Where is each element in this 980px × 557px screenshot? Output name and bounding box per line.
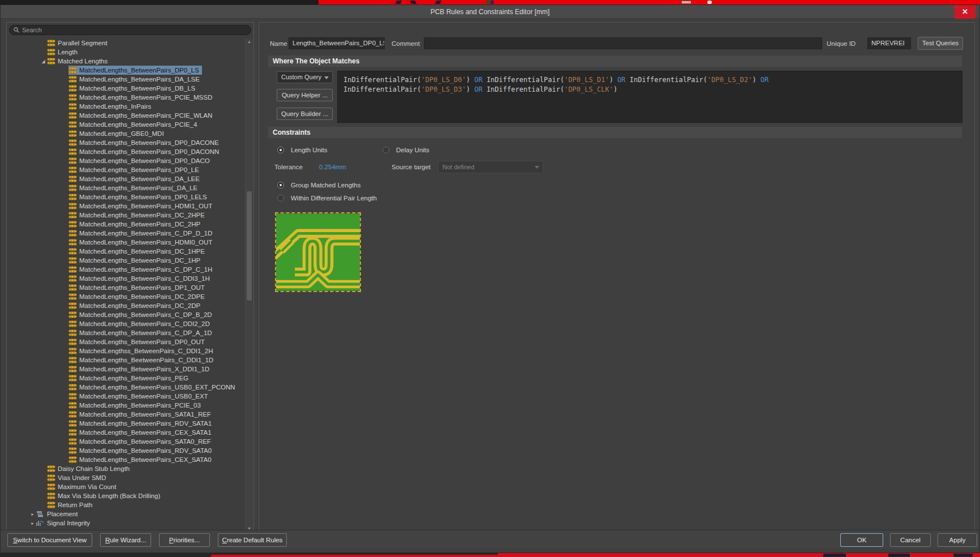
tree-item-body[interactable]: MatchedLengths_BetweenPairs_DC_2HP — [68, 220, 203, 229]
tree-item-body[interactable]: Maximum Via Count — [47, 482, 119, 491]
tree-item-body[interactable]: MatchedLengths_BetweenPairs_X_DDI1_1D — [68, 365, 212, 374]
tree-item[interactable]: MatchedLengths_BetweenPairs_C_DP_D_1D — [7, 229, 244, 238]
source-target-dropdown[interactable]: Not defined — [438, 161, 543, 173]
tree-item[interactable]: MatchedLengths_BetweenPairs_SATA1_REF — [7, 410, 244, 419]
tree-item[interactable]: MatchedLengths_BeetweenPairs_C_DDI1_1D — [7, 355, 244, 365]
tree-item-body[interactable]: MatchedLengths_BetweenPairs_USB0_EXT_PCO… — [68, 383, 238, 392]
collapsed-arrow-icon[interactable]: ▸ — [29, 512, 36, 517]
tree-item[interactable]: MatchedLengths_BetweenPairs_RDV_SATA1 — [7, 419, 244, 428]
collapsed-arrow-icon[interactable]: ▸ — [29, 521, 36, 526]
tree-item-body[interactable]: MatchedLengths_BetweenPairs_DP0_DACO — [68, 156, 213, 165]
tree-item-body[interactable]: Signal Integrity — [36, 519, 93, 528]
tree-item-body[interactable]: MatchedLengths_BetweenPairs_PEG — [68, 374, 191, 383]
tree-item-body[interactable]: Length — [47, 48, 80, 57]
tree-item[interactable]: MatchedLengths_BetweenPairs_HDMI1_OUT — [7, 202, 244, 211]
tree-item[interactable]: MatchedLengths_InPairs — [7, 102, 244, 111]
tree-item-body[interactable]: MatchedLengths_BetweenPairs_DA_LSE — [68, 75, 203, 84]
tree-item-body[interactable]: MatchedLengths_BetweenPairs_C_DDI3_1H — [68, 274, 213, 283]
tree-item[interactable]: MatchedLengths_BetweenPairs_DC_2HP — [7, 220, 244, 229]
tree-item[interactable]: Return Path — [7, 500, 244, 509]
tree-item[interactable]: MatchedLengths_BetweenPairs_C_DP_C_1H — [7, 265, 244, 274]
tree-item[interactable]: MatchedLengths_BetweenPairs_DP0_OUT — [7, 337, 244, 346]
tree-item-body[interactable]: MatchedLengths_BetweenPairs_PCIE_WLAN — [68, 111, 215, 120]
priorities-button[interactable]: Priorities... — [159, 533, 210, 547]
tree-item-body[interactable]: MatchedLengths_BetweenPairs_C_DP_B_2D — [68, 310, 215, 319]
test-queries-button[interactable]: Test Queries — [918, 37, 963, 50]
tree-item-body[interactable]: MatchedLengths_BetweenPairs_DC_2DP — [68, 301, 203, 310]
tree-item-body[interactable]: MatchedLengths_BetweenPairs_DP0_DACONN — [68, 147, 222, 156]
tolerance-value[interactable]: 0.254mm — [319, 164, 346, 170]
tree-item-body[interactable]: MatchedLengths_GBE0_MDI — [68, 129, 167, 138]
tree-item-body[interactable]: Parallel Segment — [47, 38, 110, 48]
group-matched-radio[interactable] — [277, 182, 284, 188]
tree-item-body[interactable]: MatchedLengths_BetweenPairs_CEX_SATA0 — [68, 455, 214, 464]
close-button[interactable]: ✕ — [955, 5, 975, 19]
tree-item-body[interactable]: MatchedLengths_BetweenPairs_USB0_EXT — [68, 392, 211, 401]
tree-item-body[interactable]: MatchedLengths_BetweenPairs_DC_2HPE — [68, 211, 208, 220]
tree-item-body[interactable]: MatchedLengths_BetweenPairs_HDMI0_OUT — [68, 238, 215, 247]
tree-item[interactable]: MatchedLengths_BetweenPairs_DA_LSE — [7, 75, 244, 84]
tree-item-body[interactable]: MatchedLengths_BetweenPairs_DC_1HP — [68, 256, 203, 265]
scrollbar-thumb[interactable] — [247, 191, 252, 301]
tree-item[interactable]: MatchedLengths_BetweenPairs_DP0_LS — [7, 66, 244, 75]
tree-item[interactable]: MatchedLengths_BetweenPairs_PCIE_03 — [7, 401, 244, 410]
tree-item[interactable]: MatchedLengths_BetweenPairs_HDMI0_OUT — [7, 238, 244, 247]
tree-item-body[interactable]: MatchedLengths_BetweenPairs_DP0_DACONE — [68, 138, 222, 147]
scroll-up-icon[interactable]: ▲ — [246, 40, 253, 44]
tree-item[interactable]: MatchedLengths_BetweenPairs_DC_2HPE — [7, 211, 244, 220]
unique-id-input[interactable]: NPREVREI — [867, 37, 911, 49]
tree-item-body[interactable]: Daisy Chain Stub Length — [47, 464, 132, 473]
tree-item[interactable]: MatchedLengths_BetweenPairs_C_DP_B_2D — [7, 310, 244, 319]
query-helper-button[interactable]: Query Helper ... — [277, 89, 333, 101]
tree-item-body[interactable]: Matched Lengths — [47, 57, 110, 66]
tree-item-body[interactable]: MatchedLengths_BetweenPairs_DP0_OUT — [68, 337, 208, 346]
tree-item-body[interactable]: MatchedLengths_BetweenPairs_SATA1_REF — [68, 410, 214, 419]
tree-item-body[interactable]: MatchedLengths_BetweenPairs_HDMI1_OUT — [68, 202, 215, 211]
tree-item[interactable]: MatchedLengths_BetweenPairs_USB0_EXT — [7, 392, 244, 401]
tree-item-body[interactable]: Placement — [36, 509, 80, 519]
name-input[interactable]: Lengths_BetweenPairs_DP0_LS — [289, 37, 385, 49]
tree-item[interactable]: MatchedLengths_BetweenPairs_DP0_LE — [7, 165, 244, 174]
tree-item[interactable]: MatchedLengths_BetweenPairs_C_DDI3_1H — [7, 274, 244, 283]
tree-item-body[interactable]: Return Path — [47, 500, 95, 509]
rule-wizard-button[interactable]: Rule Wizard... — [100, 533, 151, 547]
tree-item[interactable]: Vias Under SMD — [7, 473, 244, 482]
tree-item[interactable]: MatchedLengths_BetweenPairs_DP0_DACONN — [7, 147, 244, 156]
tree-item[interactable]: MatchedLengths_BetweenPairs_PCIE_WLAN — [7, 111, 244, 120]
dialog-titlebar[interactable]: PCB Rules and Constraints Editor [mm] ✕ — [1, 5, 979, 19]
tree-item-body[interactable]: MatchedLengths_BetweenPairs_C_DP_C_1H — [68, 265, 215, 274]
tree-item[interactable]: MatchedLengths_BetweenPairs_C_DDI2_2D — [7, 319, 244, 328]
tree-item[interactable]: MatchedLengths_BetweenPairs_CEX_SATA0 — [7, 455, 244, 464]
tree-item[interactable]: MatchedLengths_BetweenPairs(_DA_LE — [7, 183, 244, 192]
tree-item[interactable]: ◢Matched Lengths — [7, 57, 244, 66]
tree-item[interactable]: MatchedLengths_BetweenPairs_RDV_SATA0 — [7, 446, 244, 455]
tree-item[interactable]: Parallel Segment — [7, 38, 244, 48]
tree-item-body[interactable]: MatchedLengths_BetweenPairs_C_DP_D_1D — [68, 229, 215, 238]
search-input[interactable]: Search — [9, 25, 251, 35]
query-builder-button[interactable]: Query Builder ... — [277, 108, 333, 120]
tree-item[interactable]: MatchedLengths_BetweenPairs_CEX_SATA1 — [7, 428, 244, 437]
tree-item-body[interactable]: MatchedLengths_BetweenPairs_DP1_OUT — [68, 283, 208, 292]
tree-item[interactable]: MatchedLengths_BetweenPairs_DC_1HP — [7, 256, 244, 265]
tree-item[interactable]: MatchedLengths_GBE0_MDI — [7, 129, 244, 138]
tree-item-body[interactable]: MatchedLengths_BetweenPairs_DC_1HPE — [68, 247, 208, 256]
within-diff-pair-radio[interactable] — [277, 195, 284, 202]
tree-item[interactable]: MatchedLengthss_BetweenPairs_C_DDI1_2H — [7, 346, 244, 355]
tree-item-body[interactable]: MatchedLengths_InPairs — [68, 102, 154, 111]
cancel-button[interactable]: Cancel — [890, 533, 931, 547]
tree-item[interactable]: MatchedLengths_BetweenPairs_DP0_LELS — [7, 192, 244, 202]
tree-item[interactable]: MatchedLengths_BetweenPairs_DB_LS — [7, 84, 244, 93]
tree-item[interactable]: MatchedLengths_BetweenPairs_DC_2DPE — [7, 292, 244, 301]
query-editor[interactable]: InDifferentialPair('DP0_LS_D0') OR InDif… — [337, 71, 962, 123]
tree-item-body[interactable]: MatchedLengths_BetweenPairs(_DA_LE — [68, 183, 200, 192]
apply-button[interactable]: Apply — [938, 533, 977, 547]
tree-item[interactable]: MatchedLengths_BetweenPairs_PCIE_4 — [7, 120, 244, 129]
tree-item[interactable]: MatchedLengths_BetweenPairs_DP0_DACONE — [7, 138, 244, 147]
tree-item-body[interactable]: Max Via Stub Length (Back Drilling) — [47, 491, 163, 500]
tree-item[interactable]: ▸Signal Integrity — [7, 519, 244, 528]
tree-item[interactable]: MatchedLengths_BetweenPairs_PEG — [7, 374, 244, 383]
tree-item-body[interactable]: MatchedLengths_BetweenPairs_RDV_SATA0 — [68, 446, 214, 455]
tree-item-body[interactable]: MatchedLengths_BetweenPairs_C_DP_A_1D — [68, 328, 215, 337]
tree-item[interactable]: Daisy Chain Stub Length — [7, 464, 244, 473]
tree-item-body[interactable]: MatchedLengths_BetweenPairs_DA_LEE — [68, 174, 203, 183]
